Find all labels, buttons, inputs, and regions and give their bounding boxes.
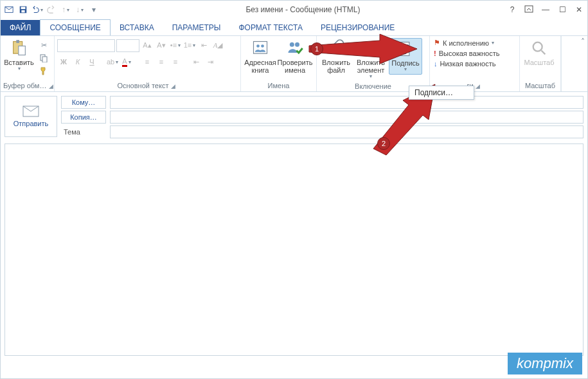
address-book-button[interactable]: Адресная книга <box>244 38 277 75</box>
group-names-label: Имена <box>244 80 314 91</box>
check-names-icon <box>286 39 304 57</box>
format-painter-icon[interactable] <box>37 65 50 77</box>
ribbon-tabs: ФАЙЛ СООБЩЕНИЕ ВСТАВКА ПАРАМЕТРЫ ФОРМАТ … <box>1 19 587 35</box>
group-clipboard: Вставить ▾ ✂ Буфер обм… ◢ <box>1 36 55 91</box>
mail-icon <box>3 4 15 15</box>
indent-icon[interactable]: ⇤ <box>197 39 210 51</box>
address-book-icon <box>251 39 269 57</box>
message-body[interactable] <box>4 143 584 356</box>
flag-icon: ⚑ <box>434 39 440 47</box>
save-icon[interactable] <box>17 4 29 15</box>
bullets-icon[interactable]: •≡ <box>169 39 182 51</box>
maximize-icon[interactable]: ☐ <box>557 5 568 14</box>
svg-rect-4 <box>525 6 533 12</box>
to-input[interactable] <box>110 96 584 109</box>
undo-icon[interactable] <box>31 4 43 15</box>
subject-input[interactable] <box>110 125 584 138</box>
svg-point-14 <box>295 42 299 47</box>
qat-customize-icon[interactable]: ▾ <box>88 4 100 15</box>
font-name-combo[interactable] <box>57 39 115 52</box>
tab-message[interactable]: СООБЩЕНИЕ <box>40 19 111 35</box>
quick-access-toolbar: ↑ ↓ ▾ <box>3 4 100 15</box>
cc-input[interactable] <box>110 111 584 124</box>
signatures-menu-item[interactable]: Подписи… <box>414 88 468 97</box>
send-label: Отправить <box>13 120 49 127</box>
zoom-label: Масштаб <box>524 59 554 66</box>
svg-point-17 <box>533 42 542 51</box>
copy-icon[interactable] <box>37 52 50 64</box>
group-zoom: Масштаб Масштаб <box>520 36 561 91</box>
zoom-icon <box>530 39 548 57</box>
address-book-label: Адресная книга <box>244 59 277 74</box>
followup-button[interactable]: ⚑К исполнению▾ <box>432 38 495 48</box>
group-zoom-label: Масштаб <box>522 80 558 91</box>
ribbon: Вставить ▾ ✂ Буфер обм… ◢ A▴ A▾ •≡ 1≡ ⇤ … <box>1 35 587 92</box>
compose-area: Отправить Кому… Копия… Тема <box>1 92 587 360</box>
tab-insert[interactable]: ВСТАВКА <box>111 20 163 35</box>
indent2-icon[interactable]: ⇥ <box>204 56 217 68</box>
shrink-font-icon[interactable]: A▾ <box>155 39 168 51</box>
highlight-icon[interactable]: ab <box>106 56 119 68</box>
next-icon[interactable]: ↓ <box>74 4 85 15</box>
numbering-icon[interactable]: 1≡ <box>183 39 196 51</box>
underline-button[interactable]: Ч <box>85 56 98 68</box>
svg-rect-9 <box>42 57 47 62</box>
align-left-icon[interactable]: ≡ <box>141 56 154 68</box>
align-right-icon[interactable]: ≡ <box>169 56 182 68</box>
align-center-icon[interactable]: ≡ <box>155 56 168 68</box>
high-label: Высокая важность <box>439 50 500 57</box>
svg-point-11 <box>256 44 260 48</box>
font-color-icon[interactable]: A <box>120 56 133 68</box>
arrow-annotation-1 <box>309 39 418 67</box>
outdent-icon[interactable]: ⇤ <box>190 56 202 68</box>
svg-rect-6 <box>16 40 19 43</box>
tab-review[interactable]: РЕЦЕНЗИРОВАНИЕ <box>312 20 404 35</box>
watermark: kompmix <box>508 353 582 374</box>
ribbon-display-icon[interactable] <box>523 5 535 15</box>
signature-dropdown: Подписи… <box>409 86 474 100</box>
collapse-ribbon-icon[interactable]: ˄ <box>581 37 585 46</box>
font-launcher-icon[interactable]: ◢ <box>171 83 178 89</box>
send-button[interactable]: Отправить <box>4 96 57 137</box>
minimize-icon[interactable]: — <box>540 5 551 14</box>
svg-rect-3 <box>21 10 24 13</box>
low-importance-button[interactable]: ↓Низкая важность <box>432 59 497 68</box>
window-title: Без имени - Сообщение (HTML) <box>100 5 506 14</box>
grow-font-icon[interactable]: A▴ <box>141 39 154 51</box>
marker-1: 1 <box>310 42 323 55</box>
clear-format-icon[interactable]: A◢ <box>211 39 224 51</box>
svg-rect-2 <box>21 7 26 10</box>
paste-icon <box>10 39 28 57</box>
group-font-label: Основной текст <box>117 82 168 89</box>
high-importance-icon: ! <box>434 50 436 57</box>
to-button[interactable]: Кому… <box>61 96 106 109</box>
redo-icon[interactable] <box>46 4 57 15</box>
high-importance-button[interactable]: !Высокая важность <box>432 49 501 58</box>
help-icon[interactable]: ? <box>506 5 518 14</box>
paste-button[interactable]: Вставить ▾ <box>3 38 35 73</box>
italic-button[interactable]: К <box>71 56 84 68</box>
close-icon[interactable]: ✕ <box>573 5 585 14</box>
group-tags: ⚑К исполнению▾ !Высокая важность ↓Низкая… <box>430 36 520 91</box>
tab-format[interactable]: ФОРМАТ ТЕКСТА <box>229 20 311 35</box>
zoom-button[interactable]: Масштаб <box>522 38 556 68</box>
cut-icon[interactable]: ✂ <box>37 39 50 51</box>
font-size-combo[interactable] <box>116 39 139 52</box>
window-controls: ? — ☐ ✕ <box>506 5 585 15</box>
group-font: A▴ A▾ •≡ 1≡ ⇤ A◢ Ж К Ч ab A ≡ ≡ ≡ ⇤ ⇥ <box>55 36 241 91</box>
svg-rect-7 <box>18 46 25 55</box>
send-icon <box>22 106 39 117</box>
tags-launcher-icon[interactable]: ◢ <box>476 83 483 89</box>
marker-2: 2 <box>377 137 390 150</box>
prev-icon[interactable]: ↑ <box>60 4 71 15</box>
tab-options[interactable]: ПАРАМЕТРЫ <box>163 20 230 35</box>
svg-point-13 <box>290 42 294 47</box>
followup-label: К исполнению <box>443 39 489 47</box>
group-names: Адресная книга Проверить имена Имена <box>241 36 317 91</box>
tab-file[interactable]: ФАЙЛ <box>1 20 40 35</box>
check-names-button[interactable]: Проверить имена <box>278 38 312 75</box>
check-names-label: Проверить имена <box>278 59 313 74</box>
cc-button[interactable]: Копия… <box>61 111 106 124</box>
subject-label: Тема <box>61 128 106 136</box>
bold-button[interactable]: Ж <box>57 56 70 68</box>
